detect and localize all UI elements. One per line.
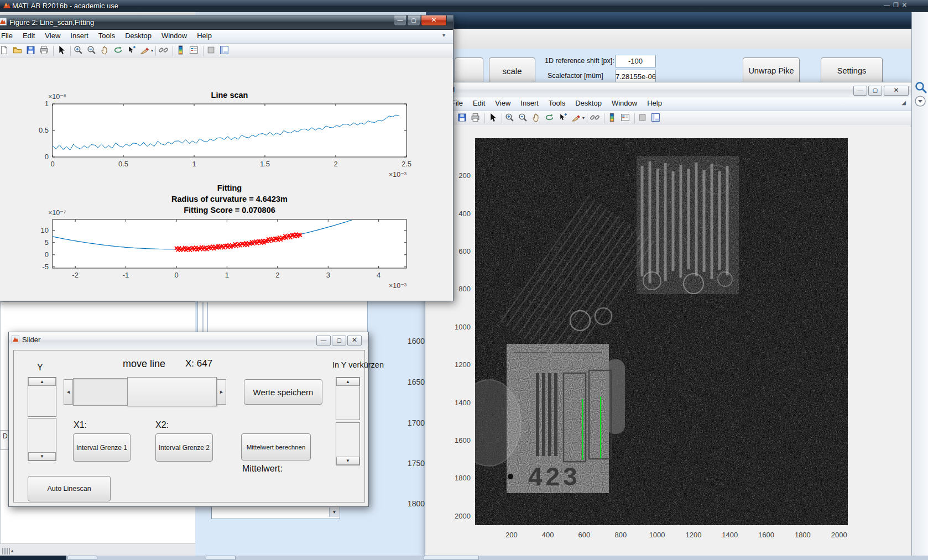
minimize-button[interactable]: — [394,15,406,26]
save-icon[interactable] [457,113,468,124]
shorten-spinner-down[interactable]: ▼ [336,422,360,465]
taskbar[interactable] [0,556,928,560]
arrow-down-icon[interactable]: ▼ [28,452,56,460]
slider-trough[interactable] [73,378,128,406]
plottools-on-icon[interactable] [651,113,662,124]
interval-grenze2-button[interactable]: Interval Grenze 2 [155,433,213,462]
datacursor-icon[interactable] [558,113,569,124]
rotate3d-icon[interactable] [113,45,124,56]
close-button[interactable]: ✕ [347,336,362,346]
background-scrollbar[interactable] [202,302,208,332]
menu-tools[interactable]: Tools [544,97,570,109]
background-dropdown[interactable]: ▼ [211,506,340,519]
datacursor-icon[interactable] [127,45,138,56]
close-icon[interactable]: ✕ [902,2,907,10]
ref-shift-input[interactable] [615,55,656,67]
minimize-button[interactable]: — [316,336,331,346]
hologram-image[interactable]: 423 [475,138,848,525]
menu-desktop[interactable]: Desktop [120,30,157,41]
chevron-down-circle-icon[interactable] [914,95,926,107]
menu-edit[interactable]: Edit [18,30,40,41]
dropdown-caret-icon[interactable]: ▾ [151,48,153,53]
menu-collapse-icon[interactable]: ▾ [442,32,445,38]
save-icon[interactable] [26,45,37,56]
colorbar-icon[interactable] [607,113,618,124]
slider-left-arrow[interactable]: ◄ [64,379,73,405]
plottools-off-icon[interactable] [638,113,649,124]
matlab-main-titlebar[interactable]: MATLAB R2016b - academic use — ❐ ✕ [0,0,928,12]
y-spinner-down[interactable]: ▼ [28,418,56,461]
slider-right-arrow[interactable]: ► [217,379,226,405]
settings-button[interactable]: Settings [821,57,883,84]
menu-desktop[interactable]: Desktop [570,97,607,109]
partial-button[interactable] [455,57,483,84]
colorbar-icon[interactable] [176,45,187,56]
slider-thumb[interactable] [127,377,217,406]
figure-window-titlebar[interactable]: d — ▢ ✕ [425,82,911,97]
zoom-in-icon[interactable] [74,45,85,56]
plottools-off-icon[interactable] [206,45,217,56]
menu-view[interactable]: View [490,97,515,109]
slider-titlebar[interactable]: Slider — ▢ ✕ [9,332,368,348]
open-icon[interactable] [13,45,24,56]
figure2-titlebar[interactable]: Figure 2: Line_scan,Fitting — ▢ ✕ [0,15,453,30]
search-icon[interactable] [914,81,927,94]
maximize-button[interactable]: ▢ [868,86,882,96]
scale-button[interactable]: scale [489,57,535,84]
main-window-buttons[interactable]: — ❐ ✕ [884,2,907,10]
rotate3d-icon[interactable] [545,113,556,124]
arrow-up-icon[interactable]: ▲ [28,378,56,386]
linkplot-icon[interactable] [590,113,601,124]
maximize-button[interactable]: ▢ [407,15,420,26]
restore-icon[interactable]: ❐ [893,2,899,10]
menu-insert[interactable]: Insert [65,30,93,41]
resize-grip-icon[interactable]: ▴ [2,547,17,554]
menu-view[interactable]: View [40,30,65,41]
unwrap-pike-button[interactable]: Unwrap Pike [743,57,800,84]
menu-window[interactable]: Window [607,97,642,109]
menu-insert[interactable]: Insert [515,97,544,109]
zoom-out-icon[interactable] [518,113,529,124]
auto-linescan-button[interactable]: Auto Linescan [28,476,111,501]
chevron-down-icon[interactable]: ▼ [329,507,339,517]
menu-edit[interactable]: Edit [468,97,490,109]
shorten-spinner-up[interactable]: ▲ [336,377,360,420]
scalefactor-input[interactable] [615,70,656,83]
pointer-icon[interactable] [488,113,499,124]
dock-arrow-icon[interactable]: ◢ [901,100,906,106]
interval-grenze1-button[interactable]: Interval Grenze 1 [73,433,131,462]
menu-window[interactable]: Window [157,30,192,41]
zoom-out-icon[interactable] [87,45,98,56]
menu-tools[interactable]: Tools [93,30,120,41]
mittelwert-berechnen-button[interactable]: Mittelwert berechnen [241,433,311,460]
pan-icon[interactable] [531,113,543,124]
menu-help[interactable]: Help [642,97,667,109]
taskbar-item[interactable] [424,556,479,560]
taskbar-item[interactable] [67,556,97,560]
legend-icon[interactable] [621,113,632,124]
maximize-button[interactable]: ▢ [332,336,346,346]
dropdown-caret-icon[interactable]: ▾ [582,116,585,121]
taskbar-start-area[interactable] [0,556,66,560]
print-icon[interactable] [471,113,482,124]
brush-icon[interactable] [140,45,151,56]
minimize-button[interactable]: — [853,86,867,96]
print-icon[interactable] [39,45,50,56]
brush-icon[interactable] [571,113,582,124]
y-spinner-up[interactable]: ▲ [28,377,56,417]
pan-icon[interactable] [100,45,111,56]
menu-help[interactable]: Help [192,30,217,41]
taskbar-item[interactable] [206,556,236,560]
werte-speichern-button[interactable]: Werte speichern [244,379,322,405]
close-button[interactable]: ✕ [884,86,909,96]
minimize-icon[interactable]: — [884,2,890,10]
plottools-on-icon[interactable] [220,45,231,56]
legend-icon[interactable] [189,45,200,56]
zoom-in-icon[interactable] [505,113,516,124]
new-icon[interactable] [0,45,11,56]
arrow-down-icon[interactable]: ▼ [336,457,359,465]
close-button[interactable]: ✕ [421,15,447,26]
linkplot-icon[interactable] [159,45,170,56]
arrow-up-icon[interactable]: ▲ [336,378,359,386]
menu-file[interactable]: File [0,30,18,41]
